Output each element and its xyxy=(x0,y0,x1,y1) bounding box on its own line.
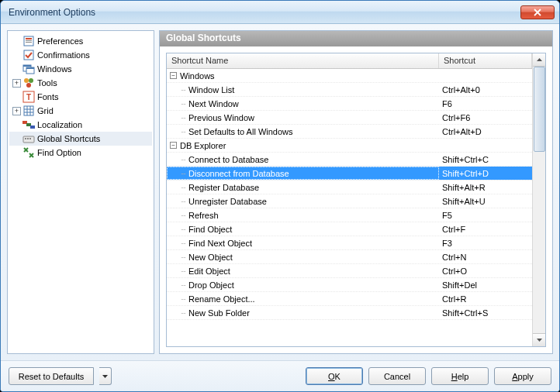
vertical-scrollbar[interactable] xyxy=(532,53,545,346)
cell-shortcut: Shift+Ctrl+S xyxy=(439,306,532,319)
window: Environment Options PreferencesConfirmat… xyxy=(0,0,560,392)
tree-connector-icon: ···· xyxy=(181,225,185,233)
cancel-button[interactable]: Cancel xyxy=(368,367,426,385)
cell-shortcut: Shift+Ctrl+C xyxy=(439,153,532,166)
cell-name: ····Previous Window xyxy=(167,111,439,124)
shortcut-name-label: Window List xyxy=(188,85,234,95)
ok-button[interactable]: OK xyxy=(306,367,363,385)
cell-name: ····Rename Object... xyxy=(167,292,439,305)
cell-shortcut: Ctrl+N xyxy=(439,250,532,263)
grid-row[interactable]: ····Find ObjectCtrl+F xyxy=(167,222,532,236)
grid-row[interactable]: ····Edit ObjectCtrl+O xyxy=(167,264,532,278)
col-header-shortcut[interactable]: Shortcut xyxy=(439,53,532,68)
tree-connector-icon: ···· xyxy=(181,267,185,275)
titlebar[interactable]: Environment Options xyxy=(1,1,559,24)
tree-connector-icon: ···· xyxy=(181,253,185,261)
grid-row[interactable]: ····Rename Object...Ctrl+R xyxy=(167,292,532,306)
chevron-down-icon xyxy=(537,339,542,342)
shortcut-name-label: Drop Object xyxy=(188,280,234,290)
grid-row[interactable]: ····Previous WindowCtrl+F6 xyxy=(167,111,532,125)
grid-row[interactable]: ····RefreshF5 xyxy=(167,208,532,222)
tree-connector-icon: ···· xyxy=(181,184,185,191)
shortcut-name-label: Previous Window xyxy=(188,113,254,122)
cell-shortcut: Shift+Alt+U xyxy=(439,194,532,208)
expander-icon[interactable]: + xyxy=(12,107,21,115)
reset-button[interactable]: Reset to Defaults xyxy=(9,367,94,385)
find-icon xyxy=(22,146,35,159)
svg-point-11 xyxy=(26,83,31,88)
sidebar-item-tools[interactable]: +Tools xyxy=(9,76,152,90)
shortcut-grid: Shortcut Name Shortcut −Windows····Windo… xyxy=(166,53,546,347)
sidebar-item-windows[interactable]: Windows xyxy=(9,62,152,76)
expander-icon[interactable]: + xyxy=(12,79,21,88)
tree-connector-icon: ···· xyxy=(181,281,185,289)
svg-rect-21 xyxy=(30,126,35,129)
sidebar-item-label: Find Option xyxy=(37,148,81,157)
cell-shortcut: Shift+Alt+R xyxy=(439,181,532,194)
grid-body: −Windows····Window ListCtrl+Alt+0····Nex… xyxy=(167,69,532,320)
grid-row[interactable]: ····New ObjectCtrl+N xyxy=(167,250,532,264)
reset-dropdown-button[interactable] xyxy=(99,367,112,385)
scroll-thumb[interactable] xyxy=(534,67,545,152)
sidebar-item-localization[interactable]: Localization xyxy=(9,118,152,132)
grid-group-row[interactable]: −DB Explorer xyxy=(167,139,532,153)
scroll-up-button[interactable] xyxy=(533,53,545,67)
grid-row[interactable]: ····Register DatabaseShift+Alt+R xyxy=(167,181,532,194)
grid-row[interactable]: ····Next WindowF6 xyxy=(167,97,532,111)
close-button[interactable] xyxy=(520,5,555,19)
shortcut-name-label: Rename Object... xyxy=(188,294,255,304)
collapse-icon[interactable]: − xyxy=(170,142,177,149)
grid-row[interactable]: ····New Sub FolderShift+Ctrl+S xyxy=(167,306,532,320)
grid-row[interactable]: ····Window ListCtrl+Alt+0 xyxy=(167,83,532,97)
sidebar-item-label: Confirmations xyxy=(37,50,90,60)
svg-rect-23 xyxy=(25,138,26,139)
grid-row[interactable]: ····Disconnect from DatabaseShift+Ctrl+D xyxy=(167,167,532,181)
main-panel: Global Shortcuts Shortcut Name Shortcut … xyxy=(159,30,553,354)
sidebar-tree[interactable]: PreferencesConfirmationsWindows+ToolsTFo… xyxy=(7,30,154,354)
grid-row[interactable]: ····Unregister DatabaseShift+Alt+U xyxy=(167,194,532,208)
cell-name: ····Refresh xyxy=(167,208,439,222)
cell-shortcut xyxy=(439,139,532,152)
chevron-down-icon xyxy=(102,375,108,378)
sidebar-item-confirmations[interactable]: Confirmations xyxy=(9,48,152,62)
grid-row[interactable]: ····Connect to DatabaseShift+Ctrl+C xyxy=(167,153,532,167)
shortcut-name-label: New Object xyxy=(188,253,233,262)
grid-group-row[interactable]: −Windows xyxy=(167,69,532,83)
cell-name: ····Edit Object xyxy=(167,264,439,277)
grid: Shortcut Name Shortcut −Windows····Windo… xyxy=(167,53,532,346)
sidebar-item-preferences[interactable]: Preferences xyxy=(9,34,152,48)
content: PreferencesConfirmationsWindows+ToolsTFo… xyxy=(1,24,559,360)
col-header-name[interactable]: Shortcut Name xyxy=(167,53,439,68)
grid-row[interactable]: ····Find Next ObjectF3 xyxy=(167,236,532,250)
grid-header: Shortcut Name Shortcut xyxy=(167,53,532,69)
tree-connector-icon: ···· xyxy=(181,239,185,247)
cell-name: ····Window List xyxy=(167,83,439,96)
sidebar-item-find-option[interactable]: Find Option xyxy=(9,146,152,160)
cell-name: ····Next Window xyxy=(167,97,439,110)
cell-name: ····Find Object xyxy=(167,222,439,236)
cell-name: ····Register Database xyxy=(167,181,439,194)
panel-title: Global Shortcuts xyxy=(160,31,552,46)
sidebar-item-global-shortcuts[interactable]: Global Shortcuts xyxy=(9,132,152,146)
help-button[interactable]: Help xyxy=(431,367,489,385)
cell-name: −DB Explorer xyxy=(167,139,439,152)
collapse-icon[interactable]: − xyxy=(170,72,177,79)
svg-rect-1 xyxy=(26,38,32,40)
tree-connector-icon: ···· xyxy=(181,86,185,94)
sidebar-item-grid[interactable]: +Grid xyxy=(9,104,152,118)
apply-button[interactable]: Apply xyxy=(494,367,551,385)
svg-point-10 xyxy=(29,78,33,83)
shortcut-name-label: Find Next Object xyxy=(188,239,252,248)
sidebar-item-fonts[interactable]: TFonts xyxy=(9,90,152,104)
svg-rect-25 xyxy=(29,138,31,139)
sidebar-item-label: Global Shortcuts xyxy=(37,134,100,143)
tree-connector-icon: ···· xyxy=(181,198,185,205)
windows-icon xyxy=(22,63,35,75)
shortcut-name-label: Register Database xyxy=(188,183,259,192)
window-title: Environment Options xyxy=(9,7,520,18)
scroll-down-button[interactable] xyxy=(533,333,545,346)
grid-row[interactable]: ····Drop ObjectShift+Del xyxy=(167,278,532,292)
grid-row[interactable]: ····Set Defaults to All WindowsCtrl+Alt+… xyxy=(167,125,532,139)
svg-rect-3 xyxy=(26,42,32,43)
tree-connector-icon: ···· xyxy=(181,100,185,108)
